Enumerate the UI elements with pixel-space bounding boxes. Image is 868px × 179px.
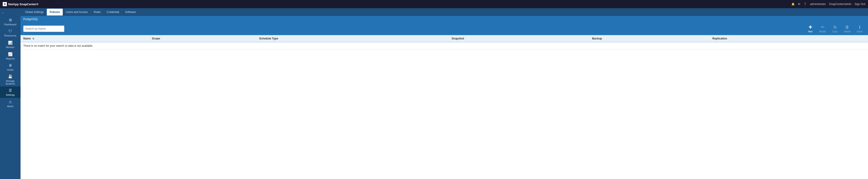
sidebar-label-storage-systems: Storage Systems [1, 80, 20, 85]
modify-button[interactable]: ✏ Modify [817, 23, 828, 34]
sidebar-item-reports[interactable]: 📈 Reports [0, 50, 21, 62]
col-backup-label: Backup [592, 37, 602, 40]
table-area: Name ⇅ Scope Schedule Type Snapshot [21, 35, 868, 179]
tab-users-and-access[interactable]: Users and Access [63, 9, 91, 16]
col-snapshot[interactable]: Snapshot [449, 35, 589, 42]
tab-global-settings[interactable]: Global Settings [22, 9, 46, 16]
clone-button[interactable]: ℹ Clone [854, 23, 865, 34]
tab-policies[interactable]: Policies [47, 9, 62, 16]
top-navbar-right: 🔔 ✉ ❓ administrator SnapCenterAdmin Sign… [792, 2, 865, 6]
app-title: NetApp SnapCenter® [8, 2, 38, 6]
chevron-left-icon: ‹ [2, 11, 3, 14]
tab-roles[interactable]: Roles [91, 9, 103, 16]
edit-icon: ✏ [821, 25, 825, 30]
tab-credential[interactable]: Credential [104, 9, 122, 16]
clone-icon: ℹ [859, 25, 861, 30]
col-snapshot-label: Snapshot [452, 37, 464, 40]
tab-users-and-access-label: Users and Access [66, 10, 88, 14]
shield-icon: 🛡 [8, 29, 12, 33]
delete-icon: 🗑 [845, 25, 849, 30]
netapp-logo-icon: N [3, 2, 7, 6]
copy-button-label: Copy [832, 30, 837, 33]
sidebar-item-settings[interactable]: ☰ Settings [0, 86, 21, 98]
breadcrumb-text: PostgreSQL [23, 18, 38, 21]
monitor-icon: 📊 [8, 40, 12, 45]
sort-icon: ⇅ [32, 37, 34, 40]
sidebar-item-monitor[interactable]: 📊 Monitor [0, 39, 21, 50]
sidebar-item-dashboard[interactable]: ⊞ Dashboard [0, 16, 21, 27]
new-button[interactable]: ✚ New [805, 23, 816, 34]
col-scope-label: Scope [152, 37, 160, 40]
tab-roles-label: Roles [94, 10, 101, 14]
tab-software-label: Software [125, 10, 136, 14]
notification-icon[interactable]: 🔔 [792, 2, 795, 6]
toolbar: ✚ New ✏ Modify ⧉ Copy 🗑 Delete ℹ Clon [21, 22, 868, 35]
top-navbar: N NetApp SnapCenter® 🔔 ✉ ❓ administrator… [0, 0, 868, 8]
col-name[interactable]: Name ⇅ [21, 35, 149, 42]
sidebar-item-storage-systems[interactable]: 💾 Storage Systems [0, 73, 21, 86]
tab-credential-label: Credential [106, 10, 119, 14]
signout-link[interactable]: Sign Out [855, 2, 865, 6]
no-data-row: There is no match for your search or dat… [21, 42, 868, 50]
col-backup[interactable]: Backup [589, 35, 709, 42]
no-data-message: There is no match for your search or dat… [21, 42, 868, 50]
delete-button-label: Delete [844, 30, 851, 33]
policies-table: Name ⇅ Scope Schedule Type Snapshot [21, 35, 868, 50]
plus-icon: ✚ [809, 25, 812, 30]
copy-button[interactable]: ⧉ Copy [829, 23, 841, 34]
tab-software[interactable]: Software [122, 9, 138, 16]
user-label[interactable]: administrator [810, 2, 826, 6]
copy-icon: ⧉ [834, 25, 837, 30]
tab-global-settings-label: Global Settings [25, 10, 43, 14]
sidebar-item-hosts[interactable]: 🖥 Hosts [0, 62, 21, 73]
sidebar-label-reports: Reports [6, 57, 15, 60]
sidebar-label-resources: Resources [4, 34, 17, 37]
help-icon[interactable]: ❓ [803, 2, 807, 6]
col-scope[interactable]: Scope [149, 35, 256, 42]
mail-icon[interactable]: ✉ [798, 2, 800, 6]
host-icon: 🖥 [8, 63, 12, 67]
modify-button-label: Modify [819, 30, 826, 33]
col-schedule-type-label: Schedule Type [259, 37, 278, 40]
col-name-label: Name [23, 37, 31, 40]
search-box [23, 26, 64, 32]
content-area: Global Settings Policies Users and Acces… [21, 8, 868, 179]
sidebar-collapse-button[interactable]: ‹ [0, 9, 21, 16]
delete-button[interactable]: 🗑 Delete [841, 23, 853, 34]
col-schedule-type[interactable]: Schedule Type [256, 35, 449, 42]
sub-tabs-bar: Global Settings Policies Users and Acces… [21, 8, 868, 16]
sidebar-label-hosts: Hosts [7, 68, 13, 71]
brand-area: N NetApp SnapCenter® [3, 2, 38, 6]
sidebar: ‹ ⊞ Dashboard 🛡 Resources 📊 Monitor 📈 Re… [0, 8, 21, 179]
main-layout: ‹ ⊞ Dashboard 🛡 Resources 📊 Monitor 📈 Re… [0, 8, 868, 179]
sidebar-item-resources[interactable]: 🛡 Resources [0, 27, 21, 39]
sidebar-label-dashboard: Dashboard [4, 23, 17, 26]
col-replication-label: Replication [712, 37, 727, 40]
grid-icon: ⊞ [9, 18, 12, 22]
tab-policies-label: Policies [50, 10, 60, 14]
storage-icon: 💾 [8, 74, 12, 79]
sidebar-label-alerts: Alerts [7, 105, 13, 108]
tenant-label: SnapCenterAdmin [829, 2, 851, 6]
table-header-row: Name ⇅ Scope Schedule Type Snapshot [21, 35, 868, 42]
table-header: Name ⇅ Scope Schedule Type Snapshot [21, 35, 868, 42]
col-replication[interactable]: Replication [710, 35, 868, 42]
bar-chart-icon: 📈 [8, 52, 12, 56]
new-button-label: New [808, 30, 812, 33]
toolbar-actions: ✚ New ✏ Modify ⧉ Copy 🗑 Delete ℹ Clon [805, 23, 865, 34]
settings-icon: ☰ [9, 88, 12, 93]
search-input[interactable] [23, 26, 64, 32]
sidebar-item-alerts[interactable]: ⚠ Alerts [0, 98, 21, 109]
clone-button-label: Clone [857, 30, 863, 33]
table-body: There is no match for your search or dat… [21, 42, 868, 50]
sidebar-label-monitor: Monitor [6, 46, 14, 49]
sidebar-label-settings: Settings [6, 93, 15, 96]
alert-icon: ⚠ [9, 100, 12, 104]
breadcrumb: PostgreSQL [21, 16, 868, 22]
